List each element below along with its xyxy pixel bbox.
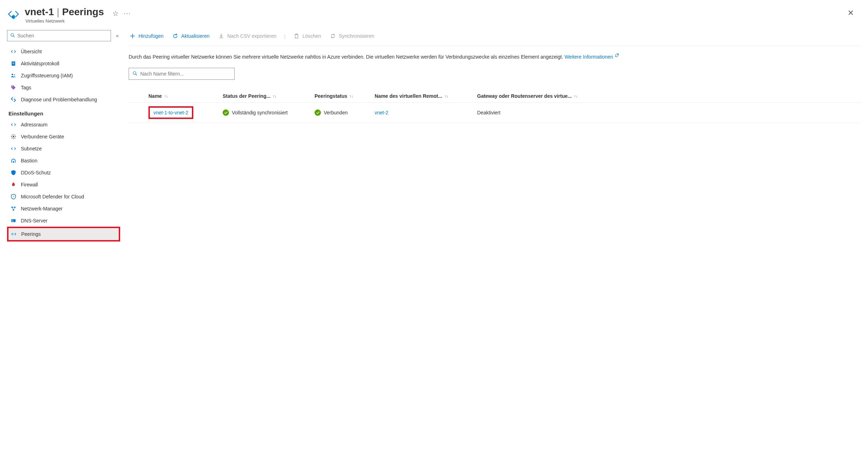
svg-point-19 [133, 71, 136, 74]
col-gateway[interactable]: Gateway oder Routenserver des virtue... … [477, 93, 859, 99]
table-row: vnet-1-to-vnet-2Vollständig synchronisie… [129, 103, 861, 123]
sidebar-item--bersicht[interactable]: Übersicht [7, 46, 120, 58]
gateway-cell: Deaktiviert [477, 110, 859, 115]
blade-header: vnet-1 | Peerings Virtuelles Netzwerk ☆ … [7, 6, 861, 24]
svg-line-20 [136, 74, 137, 75]
success-icon [223, 109, 229, 116]
svg-rect-5 [12, 64, 14, 64]
col-sync-status[interactable]: Status der Peering... ↑↓ [223, 93, 311, 99]
svg-rect-10 [13, 161, 14, 163]
description-text: Durch das Peering virtueller Netzwerke k… [129, 46, 645, 64]
diagnose-icon [10, 96, 17, 103]
col-peering-status[interactable]: Peeringstatus ↑↓ [315, 93, 371, 99]
sidebar-item-aktivit-tsprotokoll[interactable]: Aktivitätsprotokoll [7, 58, 120, 70]
sidebar-item-netzwerk-manager[interactable]: Netzwerk-Manager [7, 203, 120, 215]
remote-vnet-link[interactable]: vnet-2 [375, 110, 388, 115]
sidebar-item-verbundene-ger-te[interactable]: Verbundene Geräte [7, 131, 120, 143]
export-csv-button[interactable]: Nach CSV exportieren [217, 31, 277, 41]
svg-line-2 [13, 36, 15, 37]
sidebar-item-label: Bastion [21, 158, 37, 163]
table-header: Name ↑↓ Status der Peering... ↑↓ Peering… [129, 90, 861, 103]
sidebar-item-label: Aktivitätsprotokoll [21, 61, 59, 66]
svg-point-9 [13, 136, 14, 137]
bastion-icon [10, 157, 17, 164]
sidebar-item-subnetze[interactable]: Subnetze [7, 143, 120, 155]
sync-button[interactable]: Synchronisieren [329, 31, 375, 41]
sidebar-item-firewall[interactable]: Firewall [7, 179, 120, 191]
sidebar-item-label: Subnetze [21, 146, 42, 151]
peering-name-link[interactable]: vnet-1-to-vnet-2 [153, 110, 188, 115]
sidebar-item-dns-server[interactable]: DNS-Server [7, 215, 120, 227]
sidebar-item-label: Diagnose und Problembehandlung [21, 97, 97, 102]
plus-icon [129, 33, 136, 39]
svg-point-11 [13, 196, 14, 197]
page-title: vnet-1 | Peerings [25, 6, 104, 18]
learn-more-link[interactable]: Weitere Informationen [564, 54, 619, 60]
search-icon [133, 71, 137, 77]
svg-rect-16 [12, 220, 13, 220]
sidebar-item-label: Netzwerk-Manager [21, 206, 63, 211]
peerings-icon [11, 231, 17, 237]
add-button[interactable]: Hinzufügen [129, 31, 164, 41]
peerings-table: Name ↑↓ Status der Peering... ↑↓ Peering… [129, 90, 861, 123]
refresh-button[interactable]: Aktualisieren [171, 31, 210, 41]
col-name[interactable]: Name ↑↓ [148, 93, 219, 99]
command-bar: Hinzufügen Aktualisieren Nach CSV export… [129, 30, 861, 46]
sort-icon: ↑↓ [574, 94, 578, 98]
iam-icon [10, 72, 17, 79]
svg-point-8 [12, 86, 13, 87]
svg-point-6 [12, 74, 13, 75]
favorite-star-icon[interactable]: ☆ [112, 9, 119, 18]
sort-icon: ↑↓ [350, 94, 353, 98]
main-content: Hinzufügen Aktualisieren Nach CSV export… [129, 30, 861, 123]
success-icon [315, 109, 321, 116]
sidebar-item-adressraum[interactable]: Adressraum [7, 119, 120, 131]
address-icon [10, 121, 17, 128]
col-remote-vnet[interactable]: Name des virtuellen Remot... ↑↓ [375, 93, 474, 99]
firewall-icon [10, 181, 17, 188]
ddos-icon [10, 169, 17, 176]
svg-rect-17 [12, 221, 14, 221]
sort-icon: ↑↓ [164, 94, 168, 98]
more-actions-icon[interactable]: ··· [124, 10, 131, 17]
log-icon [10, 60, 17, 67]
sidebar-item-ddos-schutz[interactable]: DDoS-Schutz [7, 167, 120, 179]
sidebar-item-tags[interactable]: Tags [7, 82, 120, 94]
resource-name: vnet-1 [25, 6, 54, 18]
peering-status-cell: Verbunden [315, 109, 371, 116]
filter-input[interactable] [140, 71, 231, 77]
devices-icon [10, 133, 17, 140]
svg-rect-15 [11, 219, 16, 222]
sidebar-section-settings: Einstellungen [7, 106, 120, 119]
sidebar-item-label: DDoS-Schutz [21, 170, 51, 175]
collapse-sidebar-button[interactable]: « [115, 31, 120, 40]
sidebar: « ÜbersichtAktivitätsprotokollZugriffsst… [7, 30, 120, 242]
sidebar-item-bastion[interactable]: Bastion [7, 155, 120, 167]
delete-button[interactable]: Löschen [293, 31, 322, 41]
filter-box[interactable] [129, 68, 235, 80]
sidebar-search[interactable] [7, 30, 111, 41]
vnet-icon [10, 48, 17, 55]
sort-icon: ↑↓ [272, 94, 276, 98]
close-blade-button[interactable]: ✕ [844, 6, 857, 20]
svg-point-1 [11, 33, 14, 36]
toolbar-separator: | [284, 34, 285, 39]
sidebar-item-microsoft-defender-for-cloud[interactable]: Microsoft Defender for Cloud [7, 191, 120, 203]
sidebar-search-input[interactable] [17, 33, 108, 38]
sidebar-item-zugriffssteuerung-iam-[interactable]: Zugriffssteuerung (IAM) [7, 70, 120, 82]
resource-type: Virtuelles Netzwerk [25, 18, 104, 24]
sidebar-item-diagnose-und-problembehandlung[interactable]: Diagnose und Problembehandlung [7, 94, 120, 106]
sidebar-item-label: Firewall [21, 182, 38, 187]
sidebar-item-label: Verbundene Geräte [21, 134, 64, 139]
sort-icon: ↑↓ [444, 94, 448, 98]
sidebar-item-label: Adressraum [21, 122, 47, 127]
dns-icon [10, 217, 17, 224]
svg-point-18 [13, 233, 14, 235]
download-icon [218, 33, 224, 39]
tag-icon [10, 84, 17, 91]
sidebar-item-peerings[interactable]: Peerings [7, 227, 120, 242]
blade-title: Peerings [62, 6, 104, 18]
sync-icon [330, 33, 336, 39]
svg-rect-4 [12, 62, 14, 63]
sidebar-item-label: Peerings [21, 231, 41, 237]
